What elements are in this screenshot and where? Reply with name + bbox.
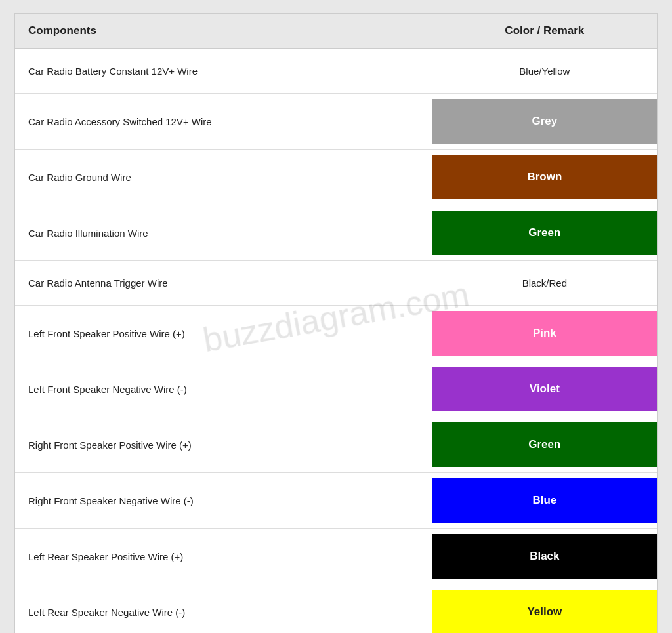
header-components: Components: [15, 14, 432, 48]
row-component-label: Right Front Speaker Positive Wire (+): [15, 417, 432, 472]
table-row: Left Rear Speaker Positive Wire (+)Black: [15, 529, 657, 584]
table-body: Car Radio Battery Constant 12V+ WireBlue…: [15, 49, 657, 633]
row-component-label: Car Radio Battery Constant 12V+ Wire: [15, 49, 432, 93]
row-color-cell: Green: [432, 417, 657, 472]
color-swatch: Blue: [432, 478, 657, 523]
color-swatch: Pink: [432, 311, 657, 356]
row-color-cell: Pink: [432, 306, 657, 361]
color-swatch: Green: [432, 211, 657, 255]
row-color-cell: Brown: [432, 150, 657, 205]
table-row: Left Rear Speaker Negative Wire (-)Yello…: [15, 584, 657, 633]
row-color-cell: Yellow: [432, 584, 657, 633]
color-swatch: Violet: [432, 367, 657, 411]
table-row: Car Radio Accessory Switched 12V+ WireGr…: [15, 94, 657, 150]
table-row: Right Front Speaker Negative Wire (-)Blu…: [15, 473, 657, 529]
row-component-label: Left Rear Speaker Negative Wire (-): [15, 584, 432, 633]
row-component-label: Car Radio Ground Wire: [15, 150, 432, 205]
table-row: Car Radio Illumination WireGreen: [15, 205, 657, 261]
row-color-cell: Grey: [432, 94, 657, 149]
table-row: Car Radio Battery Constant 12V+ WireBlue…: [15, 49, 657, 94]
row-color-cell: Violet: [432, 361, 657, 417]
color-swatch: Green: [432, 422, 657, 467]
row-color-cell: Black/Red: [432, 261, 657, 305]
wiring-table: buzzdiagram.com Components Color / Remar…: [14, 13, 658, 633]
row-component-label: Left Rear Speaker Positive Wire (+): [15, 529, 432, 584]
row-component-label: Car Radio Accessory Switched 12V+ Wire: [15, 94, 432, 149]
color-swatch: Black: [432, 534, 657, 579]
row-component-label: Left Front Speaker Positive Wire (+): [15, 306, 432, 361]
row-color-cell: Blue/Yellow: [432, 49, 657, 93]
row-color-cell: Green: [432, 205, 657, 260]
table-row: Left Front Speaker Negative Wire (-)Viol…: [15, 361, 657, 417]
row-component-label: Left Front Speaker Negative Wire (-): [15, 361, 432, 417]
row-color-cell: Black: [432, 529, 657, 584]
color-swatch: Grey: [432, 99, 657, 144]
table-row: Car Radio Ground WireBrown: [15, 150, 657, 205]
row-color-cell: Blue: [432, 473, 657, 528]
table-header: Components Color / Remark: [15, 14, 657, 49]
row-component-label: Car Radio Illumination Wire: [15, 205, 432, 260]
color-swatch: Yellow: [432, 590, 657, 633]
header-color: Color / Remark: [432, 14, 657, 48]
row-component-label: Right Front Speaker Negative Wire (-): [15, 473, 432, 528]
color-swatch: Brown: [432, 155, 657, 199]
table-row: Car Radio Antenna Trigger WireBlack/Red: [15, 261, 657, 306]
row-component-label: Car Radio Antenna Trigger Wire: [15, 261, 432, 305]
table-row: Right Front Speaker Positive Wire (+)Gre…: [15, 417, 657, 473]
table-row: Left Front Speaker Positive Wire (+)Pink: [15, 306, 657, 361]
